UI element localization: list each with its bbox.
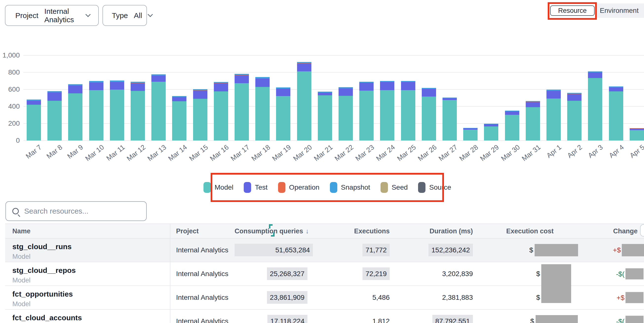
chart-legend: ModelTestOperationSnapshotSeedSource [212,174,442,200]
bar-mar-23[interactable] [359,82,374,140]
bar-segment-test [484,124,498,126]
col-header-execution-cost[interactable]: Execution cost [504,227,572,235]
bar-mar-17[interactable] [234,74,249,140]
bar-segment-model [422,96,436,140]
bar-mar-18[interactable] [255,77,270,140]
bar-mar-9[interactable] [68,84,82,140]
consumption-queries-cell: 17,118,224 [234,317,308,323]
bar-segment-model [588,78,602,140]
table-row[interactable]: fct_cloud_accountsModelInternal Analytic… [5,310,644,323]
bar-apr-3[interactable] [588,71,602,140]
cost-value-prefix: $ [536,294,540,301]
resource-type: Model [12,276,76,284]
bar-segment-model [193,99,208,140]
bar-mar-20[interactable] [297,62,312,140]
legend-label: Snapshot [341,184,370,192]
bar-segment-test [110,82,124,90]
legend-item-source[interactable]: Source [418,182,451,193]
bar-mar-10[interactable] [89,81,104,140]
legend-item-test[interactable]: Test [244,182,268,193]
bar-mar-11[interactable] [110,80,124,140]
redaction-box [626,292,644,303]
bar-apr-5[interactable] [630,128,644,140]
legend-swatch-icon [204,182,211,193]
table-row[interactable]: stg_cloud__reposModelInternal Analytics2… [5,262,644,286]
change-value-prefix: +$ [613,246,621,254]
bar-segment-test [338,88,353,96]
bar-segment-model [255,87,270,140]
consumption-queries-cell: 51,653,284 [234,246,308,254]
bar-mar-22[interactable] [338,87,353,140]
bar-mar-26[interactable] [422,88,436,140]
tab-resource[interactable]: Resource [550,6,594,16]
redaction-spacer [542,268,572,280]
legend-label: Source [429,184,451,192]
search-input[interactable] [24,207,146,215]
type-filter-dropdown[interactable]: Type All [102,5,147,26]
redaction-box [534,244,578,256]
bar-mar-24[interactable] [380,81,394,140]
value-text: 71,772 [362,244,390,256]
redaction-box [622,244,644,256]
bar-segment-model [297,71,312,140]
scrollbar-thumb[interactable] [640,224,644,236]
bar-segment-model [567,101,582,140]
bar-mar-14[interactable] [172,96,186,140]
legend-item-model[interactable]: Model [204,182,233,193]
bar-mar-15[interactable] [193,89,208,140]
change-cell: +$ [588,292,644,303]
bar-mar-27[interactable] [442,98,457,140]
bar-segment-test [68,86,82,93]
col-header-project[interactable]: Project [176,227,199,235]
bar-mar-12[interactable] [131,82,145,140]
project-filter-dropdown[interactable]: Project Internal Analytics [5,5,99,26]
legend-label: Test [255,184,268,192]
cost-value-prefix: $ [530,317,534,323]
bar-apr-4[interactable] [609,86,623,140]
bar-segment-model [630,130,644,140]
legend-item-seed[interactable]: Seed [380,182,408,193]
bar-mar-8[interactable] [48,91,62,140]
bar-mar-21[interactable] [318,92,332,140]
col-header-duration[interactable]: Duration (ms) [400,227,473,235]
bar-segment-test [172,97,186,101]
text-caret-icon [269,224,272,228]
value-text: 72,219 [362,268,390,280]
bar-mar-30[interactable] [505,111,519,140]
bar-apr-1[interactable] [546,90,561,140]
bar-mar-28[interactable] [463,128,478,140]
bar-mar-7[interactable] [27,100,41,140]
bar-segment-model [151,82,166,140]
col-header-name[interactable]: Name [12,227,30,235]
bar-mar-25[interactable] [401,81,415,140]
bar-segment-test [526,102,540,107]
bar-segment-model [234,83,249,140]
bar-segment-model [48,101,62,140]
bar-segment-test [193,91,208,99]
chevron-down-icon [148,12,153,17]
legend-item-snapshot[interactable]: Snapshot [330,182,370,193]
col-header-executions[interactable]: Executions [328,227,390,235]
bar-segment-test [48,92,62,101]
bar-apr-2[interactable] [567,93,582,140]
search-box[interactable] [6,201,147,221]
bar-segment-test [359,83,374,90]
table-row[interactable]: fct_opportunitiesModelInternal Analytics… [5,286,644,310]
bar-mar-29[interactable] [484,124,498,140]
legend-swatch-icon [330,182,337,193]
cost-value-prefix: $ [536,270,540,278]
col-header-change[interactable]: Change [588,227,644,235]
resource-name-cell: fct_cloud_accountsModel [12,314,82,323]
bar-segment-model [172,101,186,140]
legend-swatch-icon [418,182,426,193]
legend-item-operation[interactable]: Operation [278,182,320,193]
bar-segment-model [442,100,457,140]
bar-mar-13[interactable] [151,74,166,140]
bar-mar-31[interactable] [526,101,540,140]
bar-mar-16[interactable] [214,82,228,140]
value-text: 87,792,551 [432,315,473,323]
table-row[interactable]: stg_cloud__runsModelInternal Analytics51… [5,238,644,262]
tab-environment[interactable]: Environment [597,4,644,18]
bar-mar-19[interactable] [276,88,290,140]
bar-segment-test [505,111,519,115]
